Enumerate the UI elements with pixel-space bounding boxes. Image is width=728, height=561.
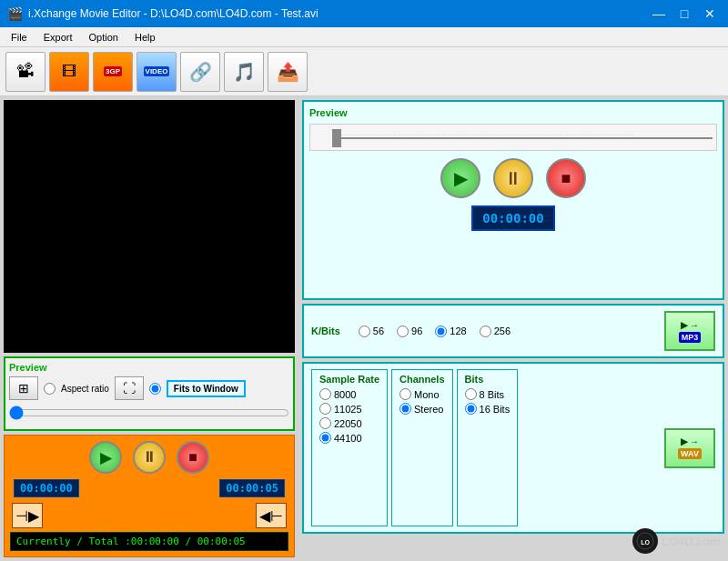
toolbar-link[interactable]: 🔗 xyxy=(180,52,220,92)
bits-16-label: 16 Bits xyxy=(480,404,511,415)
kbits-96-radio[interactable] xyxy=(397,326,409,337)
right-preview-section: Preview ································… xyxy=(302,100,724,300)
kbits-96: 96 xyxy=(397,326,422,337)
kbits-section: K/Bits 56 96 128 256 xyxy=(302,304,724,358)
lo4d-logo-icon: LO xyxy=(636,532,654,550)
toolbar-edit-film[interactable]: 🎞 xyxy=(49,52,89,92)
fits-window-label[interactable]: Fits to Window xyxy=(167,380,246,397)
clip-start-button[interactable]: ⊣▶ xyxy=(12,503,43,528)
bits-title: Bits xyxy=(465,374,511,385)
toolbar: 📽 🎞 3GP VIDEO 🔗 🎵 📤 xyxy=(0,47,728,96)
toolbar-video[interactable]: VIDEO xyxy=(136,52,177,92)
clip-row: ⊣▶ ◀⊢ xyxy=(10,503,288,528)
transport-row: ▶ ⏸ ■ xyxy=(10,441,288,474)
timeline-scrubber[interactable] xyxy=(9,406,289,420)
maximize-button[interactable]: □ xyxy=(673,5,695,23)
svg-text:LO: LO xyxy=(641,539,650,546)
sr-11025-radio[interactable] xyxy=(319,403,331,415)
app-icon: 🎬 xyxy=(7,6,23,21)
kbits-256: 256 xyxy=(480,326,511,337)
bits-8-radio[interactable] xyxy=(465,388,477,400)
sr-44100-radio[interactable] xyxy=(319,432,331,444)
menu-help[interactable]: Help xyxy=(127,30,163,45)
aspect-ratio-radio[interactable] xyxy=(44,383,56,395)
waveform-area: ········································… xyxy=(309,124,717,151)
ch-stereo-radio[interactable] xyxy=(399,403,411,415)
preview-play-button[interactable]: ▶ xyxy=(440,158,480,198)
wav-convert-button[interactable]: ▶ → WAV xyxy=(664,428,715,468)
video-preview-area xyxy=(4,100,295,353)
toolbar-export[interactable]: 📤 xyxy=(268,52,308,92)
title-bar: 🎬 i.Xchange Movie Editor - D:\LO4D.com\L… xyxy=(0,0,728,27)
sample-rate-options: 8000 11025 22050 44100 xyxy=(319,388,379,444)
bits-8: 8 Bits xyxy=(465,388,511,400)
menu-export[interactable]: Export xyxy=(36,30,80,45)
sr-22050-radio[interactable] xyxy=(319,417,331,429)
menu-file[interactable]: File xyxy=(4,30,35,45)
ch-stereo: Stereo xyxy=(399,403,445,415)
channels-title: Channels xyxy=(399,374,445,385)
audio-section: Sample Rate 8000 11025 22050 xyxy=(302,362,724,534)
close-button[interactable]: ✕ xyxy=(699,5,721,23)
kbits-96-label: 96 xyxy=(411,326,422,336)
fullscreen-icon-btn[interactable]: ⛶ xyxy=(115,376,144,400)
wav-badge: WAV xyxy=(678,448,702,459)
kbits-radio-group: 56 96 128 256 xyxy=(359,326,655,337)
clip-end-button[interactable]: ◀⊢ xyxy=(256,503,287,528)
ch-stereo-label: Stereo xyxy=(414,404,443,415)
preview-pause-button[interactable]: ⏸ xyxy=(493,158,533,198)
menu-option[interactable]: Option xyxy=(82,30,126,45)
preview-controls-box: Preview ⊞ Aspect ratio ⛶ Fits to Window xyxy=(4,356,295,431)
status-text: Currently / Total :00:00:00 / 00:00:05 xyxy=(16,536,246,547)
preview-stop-button[interactable]: ■ xyxy=(546,158,586,198)
toolbar-3gp[interactable]: 3GP xyxy=(93,52,133,92)
sr-22050-label: 22050 xyxy=(334,418,362,429)
kbits-56-radio[interactable] xyxy=(359,326,370,337)
channels-options: Mono Stereo xyxy=(399,388,445,415)
sample-rate-subsection: Sample Rate 8000 11025 22050 xyxy=(311,369,388,526)
channels-subsection: Channels Mono Stereo xyxy=(391,369,453,526)
bits-subsection: Bits 8 Bits 16 Bits xyxy=(457,369,519,526)
kbits-256-label: 256 xyxy=(494,326,511,336)
kbits-56-label: 56 xyxy=(373,326,384,336)
waveform-slider xyxy=(332,137,713,139)
menu-bar: File Export Option Help xyxy=(0,27,728,47)
sr-8000-radio[interactable] xyxy=(319,388,331,400)
mp3-convert-button[interactable]: ▶ → MP3 xyxy=(664,311,715,351)
window-controls: — □ ✕ xyxy=(648,5,721,23)
orange-section: ▶ ⏸ ■ 00:00:00 00:00:05 ⊣▶ ◀⊢ Currently … xyxy=(4,435,295,557)
bits-16: 16 Bits xyxy=(465,403,511,415)
scrubber-row xyxy=(9,406,289,422)
bits-options: 8 Bits 16 Bits xyxy=(465,388,511,415)
preview-label: Preview xyxy=(9,362,289,373)
watermark-text: LO4D.com xyxy=(662,535,721,548)
bits-16-radio[interactable] xyxy=(465,403,477,415)
kbits-256-radio[interactable] xyxy=(480,326,491,337)
left-panel: Preview ⊞ Aspect ratio ⛶ Fits to Window … xyxy=(0,96,298,561)
bits-8-label: 8 Bits xyxy=(480,389,505,400)
fit-icon-btn[interactable]: ⊞ xyxy=(9,376,38,400)
sr-22050: 22050 xyxy=(319,417,379,429)
kbits-56: 56 xyxy=(359,326,384,337)
sr-44100: 44100 xyxy=(319,432,379,444)
kbits-title: K/Bits xyxy=(311,326,340,336)
watermark: LO LO4D.com xyxy=(632,528,721,554)
sr-8000-label: 8000 xyxy=(334,389,356,400)
sr-44100-label: 44100 xyxy=(334,433,362,444)
time-row: 00:00:00 00:00:05 xyxy=(10,479,288,497)
toolbar-open-video[interactable]: 📽 xyxy=(5,52,46,92)
fits-window-radio[interactable] xyxy=(149,383,161,395)
ch-mono-radio[interactable] xyxy=(399,388,411,400)
minimize-button[interactable]: — xyxy=(648,5,670,23)
ratio-row: ⊞ Aspect ratio ⛶ Fits to Window xyxy=(9,376,289,400)
pause-button[interactable]: ⏸ xyxy=(133,441,166,474)
sr-11025: 11025 xyxy=(319,403,379,415)
play-button[interactable]: ▶ xyxy=(89,441,122,474)
toolbar-audio[interactable]: 🎵 xyxy=(224,52,264,92)
mp3-badge: MP3 xyxy=(679,332,702,343)
kbits-128-radio[interactable] xyxy=(435,326,447,337)
window-title: i.Xchange Movie Editor - D:\LO4D.com\LO4… xyxy=(28,7,318,20)
sr-8000: 8000 xyxy=(319,388,379,400)
sample-rate-title: Sample Rate xyxy=(319,374,379,385)
stop-button[interactable]: ■ xyxy=(177,441,209,474)
